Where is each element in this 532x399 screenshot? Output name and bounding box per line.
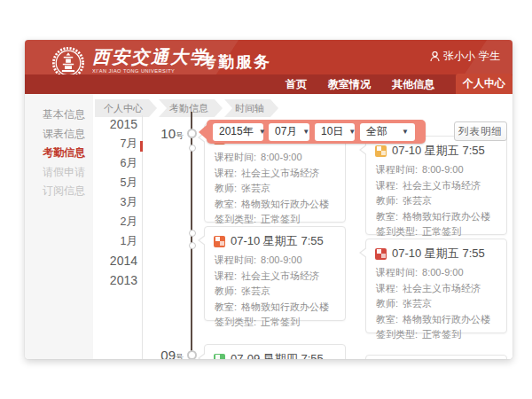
nav-personal-center-active[interactable]: 个人中心: [456, 74, 512, 94]
card-field-value: 社会主义市场经济: [403, 283, 481, 293]
card-field-label: 教师:: [215, 183, 237, 193]
timeline-node[interactable]: [189, 145, 196, 152]
card-field-label: 教室:: [376, 314, 398, 325]
nav-home[interactable]: 首页: [286, 74, 307, 94]
card-field-label: 签到类型:: [376, 329, 418, 340]
sidebar-item-schedule-info[interactable]: 课表信息: [25, 125, 93, 145]
current-month-marker: [140, 141, 143, 152]
card-field-label: 教室:: [376, 211, 398, 222]
chevron-down-icon: ▼: [402, 128, 409, 136]
card-field-value: 社会主义市场经济: [241, 168, 319, 178]
calendar-check-icon: [214, 354, 225, 360]
sidebar: 基本信息 课表信息 考勤信息 请假申请 订阅信息: [25, 94, 93, 359]
user-icon: [430, 51, 440, 62]
nav-classroom-status[interactable]: 教室情况: [328, 74, 371, 94]
sidebar-item-attendance-info[interactable]: 考勤信息: [25, 144, 93, 163]
timeline-node[interactable]: [189, 230, 196, 237]
card-field-value: 8:00-9:00: [261, 152, 301, 162]
scale-month-mar[interactable]: 3月: [93, 192, 137, 212]
card-field-value: 正常签到: [422, 329, 461, 340]
card-field-value: 正常签到: [261, 317, 300, 327]
card-field-label: 课程时间:: [376, 267, 418, 278]
card-field-value: 格物致知行政办公楼: [241, 199, 329, 209]
page-title: 考勤服务: [200, 51, 271, 73]
university-name-block: 西安交通大学 XI'AN JIAO TONG UNIVERSITY: [92, 45, 209, 74]
card-field-value: 张芸京: [241, 183, 270, 193]
card-date-title: 07-10 星期五 7:55: [231, 233, 324, 249]
card-field-value: 正常签到: [422, 226, 461, 237]
card-field-label: 教室:: [215, 301, 237, 312]
card-field-value: 格物致知行政办公楼: [241, 301, 329, 312]
day-marker-10[interactable]: 10号: [146, 126, 184, 142]
card-field-value: 8:00-9:00: [261, 254, 301, 265]
card-field-label: 教师:: [376, 298, 398, 309]
card-field-value: 社会主义市场经济: [403, 180, 481, 191]
card-date-title: 07-10 星期五 7:55: [392, 246, 485, 262]
university-name-en: XI'AN JIAO TONG UNIVERSITY: [92, 68, 186, 74]
scale-separator-line: [142, 115, 143, 359]
date-filter-bar: 2015年▼ 07月▼ 10日▼ 全部▼: [207, 120, 426, 144]
attendance-card: 07-10 星期五 7:55 课程时间:8:00-9:00 课程:社会主义市场经…: [365, 136, 507, 235]
year-dropdown[interactable]: 2015年▼: [213, 123, 263, 141]
sidebar-item-leave-request[interactable]: 请假申请: [25, 163, 93, 183]
card-field-label: 教室:: [215, 199, 237, 209]
user-role: 学生: [479, 49, 500, 64]
chevron-down-icon: ▼: [259, 128, 266, 136]
card-field-label: 课程时间:: [215, 254, 256, 265]
breadcrumb-timeline[interactable]: 时间轴: [224, 99, 278, 117]
card-field-label: 教师:: [376, 195, 398, 206]
calendar-check-icon: [375, 145, 387, 157]
chevron-down-icon: ▼: [348, 128, 356, 136]
card-field-value: 张芸京: [241, 286, 270, 296]
calendar-check-icon: [375, 248, 387, 260]
attendance-card: 07-10 星期五 7:55 课程时间:8:00-9:00 课程:社会主义市场经…: [365, 239, 507, 333]
user-name: 张小小: [443, 49, 475, 64]
type-dropdown[interactable]: 全部▼: [360, 123, 415, 141]
card-field-value: 格物致知行政办公楼: [403, 314, 490, 325]
card-field-value: 社会主义市场经济: [241, 270, 319, 281]
timeline-node-prev-day[interactable]: [187, 350, 197, 359]
card-field-label: 课程时间:: [215, 152, 256, 162]
card-field-label: 课程时间:: [376, 164, 418, 175]
scale-year-2013[interactable]: 2013: [93, 270, 137, 290]
card-field-value: 张芸京: [403, 195, 432, 206]
card-date-title: 07-10 星期五 7:55: [392, 143, 485, 159]
timeline-node-current[interactable]: [187, 129, 197, 138]
scale-month-jun[interactable]: 6月: [93, 153, 137, 173]
attendance-card-partial: [365, 355, 507, 359]
top-nav: 首页 教室情况 其他信息 个人中心: [25, 74, 512, 94]
card-field-label: 课程:: [215, 270, 237, 281]
card-field-label: 签到类型:: [215, 317, 256, 327]
card-field-value: 8:00-9:00: [422, 267, 463, 278]
main-content: 个人中心 考勤信息 时间轴 2015 7月 6月 5月 3月 2月 1月 201…: [93, 94, 512, 359]
timeline-node[interactable]: [189, 242, 196, 249]
nav-other-info[interactable]: 其他信息: [392, 74, 434, 94]
scale-year-2014[interactable]: 2014: [93, 251, 137, 270]
scale-month-feb[interactable]: 2月: [93, 212, 137, 231]
list-detail-button[interactable]: 列表明细: [454, 121, 507, 141]
card-field-label: 课程:: [376, 180, 398, 191]
month-dropdown[interactable]: 07月▼: [269, 123, 309, 141]
sidebar-item-subscription-info[interactable]: 订阅信息: [25, 182, 93, 201]
card-field-label: 签到类型:: [376, 226, 418, 237]
card-field-value: 张芸京: [403, 298, 432, 309]
chevron-down-icon: ▼: [302, 128, 309, 136]
scale-year-2015[interactable]: 2015: [93, 114, 137, 134]
card-field-value: 8:00-9:00: [422, 164, 463, 175]
calendar-check-icon: [214, 236, 225, 247]
scale-month-jul[interactable]: 7月: [93, 134, 137, 153]
attendance-card-partial: 07-09 星期四 7:55: [204, 344, 346, 359]
timeline-scale: 2015 7月 6月 5月 3月 2月 1月 2014 2013: [93, 114, 137, 290]
scale-month-jan[interactable]: 1月: [93, 231, 137, 251]
card-date-title: 07-09 星期四 7:55: [231, 351, 324, 359]
sidebar-item-basic-info[interactable]: 基本信息: [25, 106, 93, 125]
day-dropdown[interactable]: 10日▼: [315, 123, 355, 141]
day-marker-09[interactable]: 09号: [146, 348, 184, 359]
university-name-cn: 西安交通大学: [92, 45, 209, 68]
card-field-label: 教师:: [215, 286, 237, 296]
card-field-label: 签到类型:: [215, 214, 256, 224]
scale-month-may[interactable]: 5月: [93, 173, 137, 192]
app-window: 西安交通大学 XI'AN JIAO TONG UNIVERSITY 考勤服务 张…: [25, 40, 512, 359]
card-field-label: 课程:: [215, 168, 237, 178]
user-menu[interactable]: 张小小 学生: [430, 49, 500, 64]
